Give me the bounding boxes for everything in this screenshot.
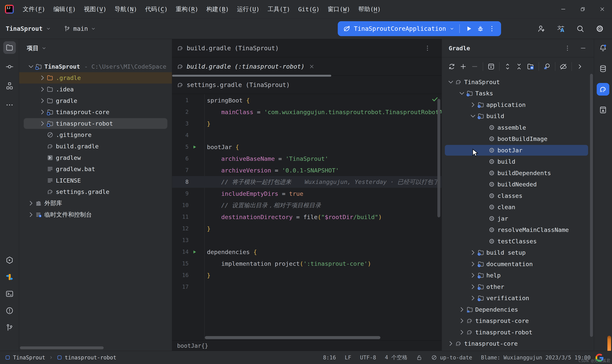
menu-item-C[interactable]: 代码(C) bbox=[141, 0, 172, 18]
status-widget[interactable]: LF bbox=[345, 354, 351, 361]
tree-item-.gitignore[interactable]: .gitignore bbox=[19, 129, 172, 141]
tree-item-.gradle[interactable]: .gradle bbox=[19, 72, 172, 84]
more-vertical-button[interactable] bbox=[564, 45, 571, 52]
tree-item-buildDependents[interactable]: buildDependents bbox=[442, 167, 594, 179]
editor-tab[interactable]: build.gradle (TinaSprout) bbox=[172, 39, 442, 57]
code-line[interactable]: 2 mainClass = 'com.wuxianggujun.tinaspro… bbox=[172, 106, 442, 118]
menu-item-V[interactable]: 视图(V) bbox=[80, 0, 110, 18]
menu-item-B[interactable]: 构建(B) bbox=[202, 0, 233, 18]
status-breadcrumb-item[interactable]: TinaSprout bbox=[5, 354, 45, 361]
run-config-name[interactable]: TinaSproutCoreApplication bbox=[354, 25, 446, 32]
tree-item-tinasprout-core[interactable]: tinasprout-core bbox=[442, 338, 594, 350]
gradle-group-tasks-button[interactable] bbox=[525, 61, 536, 72]
menu-item-G[interactable]: Git(G) bbox=[294, 0, 324, 18]
gradle-add-button[interactable] bbox=[457, 61, 469, 72]
minimize-panel-button[interactable] bbox=[580, 45, 586, 52]
code-line[interactable]: 14dependencies { bbox=[172, 246, 442, 258]
tree-item-gradlew.bat[interactable]: gradlew.bat bbox=[19, 163, 172, 175]
tree-item-classes[interactable]: classes bbox=[442, 190, 594, 202]
tree-item-resolveMainClassName[interactable]: resolveMainClassName bbox=[442, 224, 594, 236]
code-line[interactable]: 1springBoot { bbox=[172, 94, 442, 106]
tree-item-tinasprout-robot[interactable]: tinasprout-robot bbox=[19, 118, 172, 129]
code-line[interactable]: 10 // 设置输出目录，相对于项目根目录 bbox=[172, 199, 442, 211]
win-restore-button[interactable] bbox=[573, 0, 593, 18]
tree-item-.idea[interactable]: .idea bbox=[19, 84, 172, 95]
search-everywhere-button[interactable] bbox=[576, 24, 585, 33]
code-line[interactable]: 11 destinationDirectory = file("$rootDir… bbox=[172, 211, 442, 223]
tree-item-临时文件和控制台[interactable]: 临时文件和控制台 bbox=[19, 209, 172, 221]
project-widget[interactable]: TinaSprout bbox=[6, 25, 51, 32]
gradle-sync-button[interactable] bbox=[446, 61, 457, 72]
tree-item-Tasks[interactable]: Tasks bbox=[442, 88, 594, 99]
gradle-chevron-right-button[interactable] bbox=[574, 61, 585, 72]
add-user-button[interactable] bbox=[537, 24, 546, 33]
tree-item-Dependencies[interactable]: Dependencies bbox=[442, 304, 594, 315]
code-line[interactable]: 3} bbox=[172, 118, 442, 130]
status-breadcrumb-item[interactable]: tinasprout-robot bbox=[57, 354, 117, 361]
code-line[interactable]: 7 archiveVersion = '0.0.1-SNAPSHOT' bbox=[172, 164, 442, 176]
menu-item-R[interactable]: 重构(R) bbox=[172, 0, 202, 18]
code-line[interactable]: 4 bbox=[172, 130, 442, 141]
gradle-vertical-scrollbar[interactable] bbox=[590, 74, 593, 337]
menu-item-F[interactable]: 文件(F) bbox=[19, 0, 49, 18]
code-line[interactable]: 17 bbox=[172, 281, 442, 293]
database-tool-button[interactable] bbox=[597, 62, 609, 75]
gradle-offline-button[interactable] bbox=[558, 61, 569, 72]
gradle-expand-all-button[interactable] bbox=[502, 61, 513, 72]
tree-item-build[interactable]: build bbox=[442, 156, 594, 168]
code-line[interactable]: 9 includeEmptyDirs = true bbox=[172, 188, 442, 199]
tree-item-bootBuildImage[interactable]: bootBuildImage bbox=[442, 133, 594, 145]
translate-button[interactable]: 文A bbox=[556, 24, 565, 33]
code-line[interactable]: 12} bbox=[172, 223, 442, 234]
menu-item-T[interactable]: 工具(T) bbox=[264, 0, 294, 18]
status-widget[interactable] bbox=[416, 354, 422, 361]
tree-item-build[interactable]: build bbox=[442, 110, 594, 122]
tree-item-build setup[interactable]: build setup bbox=[442, 247, 594, 259]
menu-item-U[interactable]: 运行(U) bbox=[233, 0, 264, 18]
run-more-button[interactable] bbox=[488, 25, 496, 33]
gradle-analyze-button[interactable] bbox=[541, 61, 553, 72]
gradle-run-task-button[interactable] bbox=[485, 61, 497, 72]
tree-item-bootJar[interactable]: bootJar bbox=[442, 144, 594, 156]
tree-item-LICENSE[interactable]: LICENSE bbox=[19, 175, 172, 186]
tree-item-tinasprout-core[interactable]: tinasprout-core bbox=[19, 106, 172, 118]
notifications-tool-button[interactable] bbox=[597, 42, 609, 54]
run-gutter-icon[interactable] bbox=[192, 144, 197, 150]
tree-item-gradlew[interactable]: gradlew bbox=[19, 152, 172, 163]
code-line[interactable]: 15 implementation project(':tinasprout-c… bbox=[172, 258, 442, 269]
gradle-logo-tool-button[interactable] bbox=[597, 83, 609, 96]
code-line[interactable]: 5bootJar { bbox=[172, 141, 442, 153]
tab-options-button[interactable] bbox=[424, 45, 431, 52]
tree-item-buildNeeded[interactable]: buildNeeded bbox=[442, 179, 594, 190]
tree-item-TinaSprout[interactable]: TinaSprout bbox=[442, 76, 594, 88]
tree-item-clean[interactable]: clean bbox=[442, 202, 594, 213]
editor-breadcrumbs[interactable]: bootJar{} bbox=[172, 340, 442, 351]
plugin-tool-button[interactable] bbox=[4, 272, 15, 283]
tree-item-settings.gradle[interactable]: settings.gradle bbox=[19, 186, 172, 198]
gradle-remove-button[interactable] bbox=[469, 61, 480, 72]
tree-item-TinaSprout[interactable]: TinaSprout- C:\Users\MI\CodeSpace bbox=[19, 61, 172, 72]
win-minimize-button[interactable] bbox=[554, 0, 573, 18]
settings-button[interactable] bbox=[595, 24, 604, 33]
run-button[interactable] bbox=[465, 25, 473, 33]
documentation-tool-button[interactable] bbox=[597, 104, 609, 116]
close-icon[interactable] bbox=[309, 64, 315, 69]
tree-item-tinasprout-core[interactable]: tinasprout-core bbox=[442, 315, 594, 327]
more-horizontal-tool-button[interactable] bbox=[3, 99, 16, 111]
editor-tab[interactable]: build.gradle (:tinasprout-robot) bbox=[172, 57, 442, 76]
tree-item-外部库[interactable]: 外部库 bbox=[19, 197, 172, 209]
services-tool-button[interactable] bbox=[4, 255, 15, 266]
code-editor[interactable]: 1springBoot {2 mainClass = 'com.wuxiangg… bbox=[172, 94, 442, 340]
tree-item-assemble[interactable]: assemble bbox=[442, 122, 594, 133]
tree-item-help[interactable]: help bbox=[442, 270, 594, 281]
editor-horizontal-scrollbar[interactable] bbox=[205, 336, 380, 339]
tree-item-verification[interactable]: verification bbox=[442, 292, 594, 304]
editor-tab[interactable]: settings.gradle (TinaSprout) bbox=[172, 76, 442, 94]
status-widget[interactable]: UTF-8 bbox=[360, 354, 376, 361]
tree-item-documentation[interactable]: documentation bbox=[442, 258, 594, 270]
breadcrumb-item[interactable]: bootJar{} bbox=[177, 342, 208, 349]
splitter-drag-bar[interactable] bbox=[172, 75, 331, 77]
project-folder-tool-button[interactable] bbox=[3, 41, 16, 54]
tree-item-gradle[interactable]: gradle bbox=[19, 95, 172, 106]
status-widget[interactable]: up-to-date bbox=[431, 354, 472, 361]
